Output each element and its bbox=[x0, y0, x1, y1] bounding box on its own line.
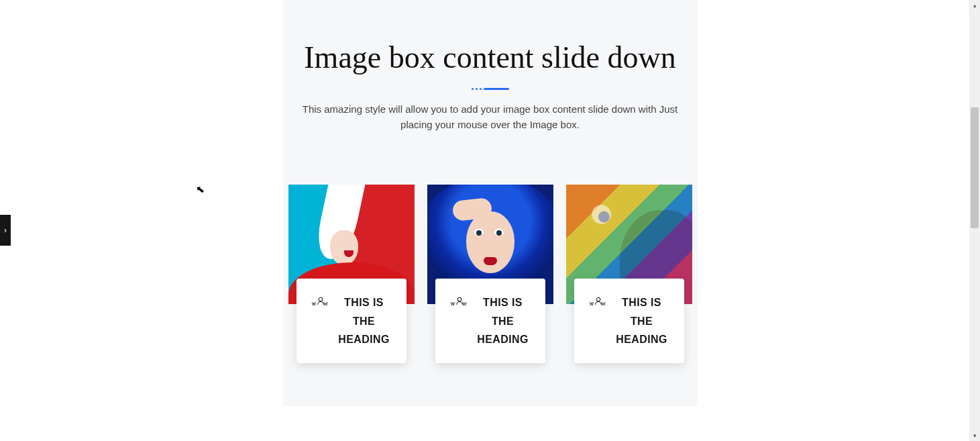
card-heading: THIS IS THE HEADING bbox=[337, 293, 392, 348]
scrollbar-thumb[interactable] bbox=[971, 107, 979, 228]
mouse-cursor-icon: ⬉ bbox=[195, 183, 205, 196]
card-heading: THIS IS THE HEADING bbox=[614, 293, 669, 348]
image-card[interactable]: THIS IS THE HEADING bbox=[288, 185, 415, 304]
rating-users-icon bbox=[311, 295, 330, 316]
card-caption: THIS IS THE HEADING bbox=[435, 279, 545, 363]
svg-point-0 bbox=[319, 298, 323, 302]
section-subtitle: This amazing style will allow you to add… bbox=[297, 101, 683, 133]
page: Image box content slide down This amazin… bbox=[5, 0, 975, 406]
card-heading: THIS IS THE HEADING bbox=[476, 293, 531, 348]
svg-point-1 bbox=[457, 298, 461, 302]
section-title: Image box content slide down bbox=[283, 40, 698, 76]
title-divider bbox=[470, 88, 511, 91]
svg-point-2 bbox=[596, 298, 600, 302]
scrollbar-up-button[interactable]: ▴ bbox=[969, 0, 980, 11]
rating-users-icon bbox=[450, 295, 469, 316]
image-card[interactable]: THIS IS THE HEADING bbox=[566, 185, 692, 304]
card-caption: THIS IS THE HEADING bbox=[574, 279, 684, 363]
image-card[interactable]: THIS IS THE HEADING bbox=[427, 185, 553, 304]
image-cards-row: THIS IS THE HEADING THI bbox=[283, 185, 698, 304]
vertical-scrollbar[interactable]: ▴ ▾ bbox=[969, 0, 980, 406]
rating-users-icon bbox=[589, 295, 608, 316]
card-caption: THIS IS THE HEADING bbox=[296, 279, 406, 363]
content-panel: Image box content slide down This amazin… bbox=[283, 0, 698, 406]
side-panel-toggle[interactable]: › bbox=[0, 215, 11, 246]
